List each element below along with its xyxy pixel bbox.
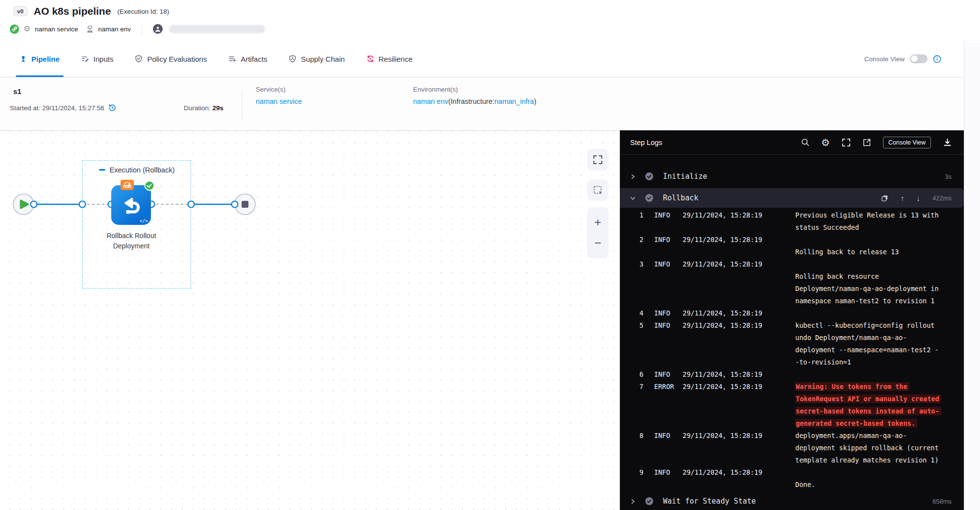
tab-pipeline[interactable]: Pipeline (20, 41, 60, 77)
policy-evaluations-icon (135, 55, 143, 63)
execution-tabbar: Pipeline Inputs Policy Evaluations Artif… (0, 41, 962, 77)
tab-label: Policy Evaluations (147, 55, 207, 63)
log-message: secret-based tokens instead of auto- (795, 407, 964, 415)
log-line: deployment --namespace=naman-test2 - (620, 343, 964, 356)
log-message: Previous eligible Release is 13 with (795, 211, 964, 219)
log-settings-gear-icon[interactable]: ⚙ (821, 138, 830, 147)
start-node (13, 194, 34, 215)
log-line: 8INFO29/11/2024, 15:28:19deployment.apps… (620, 429, 964, 441)
tab-resilience[interactable]: Resilience (367, 41, 413, 77)
log-line: secret-based tokens instead of auto- (620, 405, 964, 417)
zoom-out-button[interactable]: − (587, 238, 609, 248)
duration: Duration: 29s (184, 104, 223, 112)
chevron-down-icon[interactable] (630, 195, 636, 201)
environment-line: naman env(Infrastructure:naman_infra) (413, 97, 536, 105)
console-view-button[interactable]: Console View (883, 137, 931, 148)
rollback-step-node[interactable]: </> (111, 185, 151, 225)
log-line: deployment skipped rollback (current (620, 441, 964, 454)
log-line: Rolling back to release 13 (620, 245, 964, 258)
environment-name-label: naman env (98, 25, 131, 33)
log-line: Deployment/naman-qa-ao-deployment in (620, 282, 964, 294)
log-message: generated secret-based tokens. (795, 419, 964, 427)
tab-label: Inputs (94, 55, 114, 63)
stage-box-label-row: Execution (Rollback) (83, 166, 191, 174)
execution-history-icon[interactable] (108, 103, 117, 112)
log-line: generated secret-based tokens. (620, 417, 964, 429)
tab-artifacts[interactable]: Artifacts (228, 41, 267, 77)
log-message: kubectl --kubeconfig=config rollout (795, 321, 964, 329)
log-message: Done. (795, 481, 964, 488)
step-logs-title: Step Logs (630, 139, 662, 146)
redacted-user-info (169, 25, 265, 33)
log-line: undo Deployment/naman-qa-ao- (620, 331, 964, 343)
title-row: v0 AO k8s pipeline (Execution Id: 18) (13, 5, 169, 17)
tab-inputs[interactable]: Inputs (81, 41, 114, 77)
info-icon[interactable] (933, 55, 941, 63)
section-name: Rollback (663, 194, 698, 202)
search-icon[interactable] (801, 138, 809, 146)
started-at-label: Started at: 29/11/2024, 15:27:56 (10, 104, 104, 112)
open-in-new-icon[interactable] (862, 138, 871, 147)
version-badge: v0 (13, 6, 27, 16)
section-duration: 3s (945, 173, 952, 180)
user-avatar (153, 24, 163, 34)
stage-box-label: Execution (Rollback) (110, 166, 175, 174)
log-line: 1INFO29/11/2024, 15:28:19Previous eligib… (620, 209, 964, 221)
section-duration: 658ms (932, 498, 952, 505)
log-line: 5INFO29/11/2024, 15:28:19kubectl --kubec… (620, 319, 964, 331)
header-divider (142, 23, 142, 36)
tab-supply-chain[interactable]: Supply Chain (289, 41, 344, 77)
copy-icon[interactable] (881, 194, 888, 202)
stop-icon (242, 201, 248, 208)
tab-label: Artifacts (241, 55, 267, 63)
log-section-rollback[interactable]: Rollback ↑ ↓ 422ms (620, 188, 964, 208)
pipeline-canvas[interactable]: Execution (Rollback) </> (0, 130, 620, 510)
step-success-icon (645, 194, 654, 202)
chevron-right-icon[interactable] (630, 174, 636, 179)
toggle-knob (911, 55, 918, 62)
log-line: 2INFO29/11/2024, 15:28:19 (620, 233, 964, 245)
scroll-up-icon[interactable]: ↑ (901, 194, 905, 202)
log-line: 4INFO29/11/2024, 15:28:19 (620, 307, 964, 319)
log-line: 7ERROR29/11/2024, 15:28:19Warning: Use t… (620, 380, 964, 392)
console-view-toggle[interactable] (910, 54, 928, 63)
log-message: Rolling back to release 13 (795, 248, 964, 256)
collapse-minus-icon[interactable] (99, 169, 105, 171)
log-message: status Succeeded (795, 223, 964, 231)
services-block: Service(s) naman service (256, 86, 302, 105)
console-view-label: Console View (864, 55, 905, 63)
infrastructure-link[interactable]: naman_infra (494, 97, 534, 105)
tab-label: Pipeline (31, 55, 60, 63)
canvas-selection-button[interactable] (587, 179, 609, 201)
log-message: Warning: Use tokens from the (795, 383, 964, 390)
service-link[interactable]: naman service (256, 97, 302, 105)
service-name-label: naman service (35, 25, 78, 33)
section-name: Wait for Steady State (663, 497, 756, 506)
download-icon[interactable] (943, 138, 952, 147)
log-line: 9INFO29/11/2024, 15:28:19 (620, 466, 964, 478)
log-message: deployment skipped rollback (current (795, 444, 964, 452)
step-logs-header: Step Logs ⚙ Console View (620, 130, 964, 155)
tab-policy-evaluations[interactable]: Policy Evaluations (135, 41, 207, 77)
log-line: namespace naman-test2 to revision 1 (620, 294, 964, 307)
canvas-fullscreen-button[interactable] (587, 149, 609, 170)
chevron-right-icon[interactable] (630, 499, 636, 504)
environments-label: Environment(s) (413, 86, 536, 93)
scroll-down-icon[interactable]: ↓ (916, 194, 920, 202)
log-message: Rolling back resource (795, 272, 964, 280)
stage-name: s1 (13, 87, 22, 96)
environment-link[interactable]: naman env (413, 97, 448, 105)
zoom-in-button[interactable]: + (587, 218, 609, 227)
log-line: status Succeeded (620, 221, 964, 233)
step-success-icon (645, 172, 654, 181)
end-node (235, 194, 255, 215)
log-fullscreen-icon[interactable] (842, 138, 851, 147)
log-message: -to-revision=1 (795, 358, 964, 366)
canvas-zoom-controls: + − (587, 207, 609, 258)
log-section-wait-steady-state[interactable]: Wait for Steady State 658ms (620, 490, 964, 510)
log-section-initialize[interactable]: Initialize 3s (620, 166, 964, 187)
stage-summary-bar: s1 Started at: 29/11/2024, 15:27:56 Dura… (0, 77, 962, 130)
rollback-node-label: Rollback Rollout Deployment (87, 231, 175, 251)
section-name: Initialize (663, 172, 707, 181)
supply-chain-icon (289, 55, 296, 63)
